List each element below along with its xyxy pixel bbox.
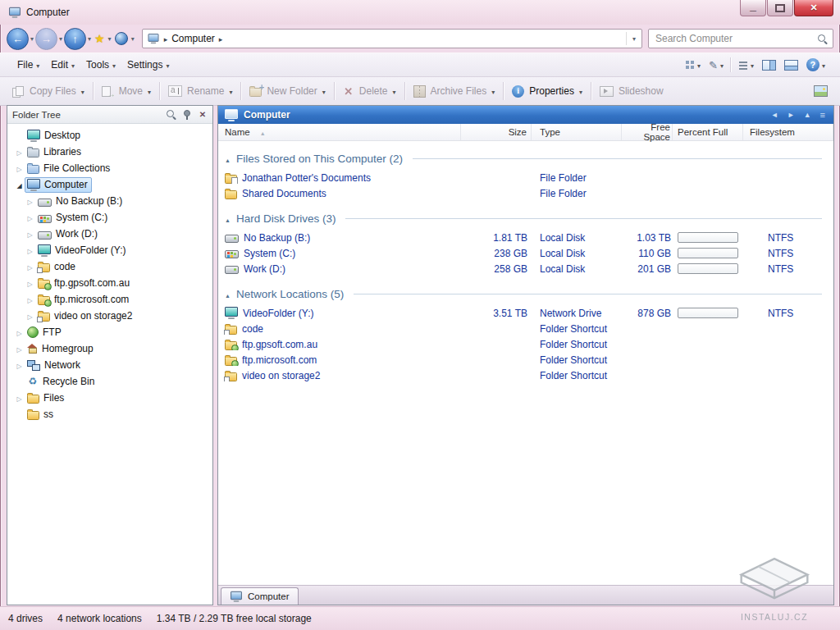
tree-item-system-c[interactable]: System (C:) bbox=[7, 209, 212, 226]
tree-item-computer[interactable]: Computer bbox=[7, 176, 212, 193]
tree-item-recycle-bin[interactable]: Recycle Bin bbox=[7, 373, 212, 390]
back-button[interactable] bbox=[7, 28, 29, 50]
forward-button[interactable] bbox=[35, 28, 57, 50]
search-input[interactable] bbox=[654, 32, 814, 45]
expander-icon[interactable] bbox=[14, 179, 25, 190]
back-dropdown-icon[interactable]: ▾ bbox=[29, 35, 35, 43]
up-dropdown-icon[interactable]: ▾ bbox=[86, 35, 93, 43]
collapse-group-icon[interactable] bbox=[225, 153, 231, 165]
help-button[interactable] bbox=[803, 57, 829, 73]
tree-item-no-backup-b[interactable]: No Backup (B:) bbox=[7, 193, 212, 209]
column-header-type[interactable]: Type bbox=[532, 124, 622, 140]
delete-button[interactable]: Delete bbox=[337, 82, 402, 100]
expander-icon[interactable] bbox=[25, 277, 35, 289]
file-row[interactable]: Jonathan Potter's Documents File Folder bbox=[218, 170, 833, 185]
search-box[interactable] bbox=[648, 29, 833, 48]
menu-file[interactable]: File bbox=[11, 57, 45, 73]
expander-icon[interactable] bbox=[14, 162, 25, 174]
minimize-button[interactable] bbox=[740, 0, 766, 16]
lister-up-icon[interactable] bbox=[802, 111, 813, 119]
expander-icon[interactable] bbox=[25, 244, 35, 256]
file-row[interactable]: code Folder Shortcut bbox=[218, 321, 833, 336]
properties-button[interactable]: Properties bbox=[506, 82, 588, 101]
menu-settings[interactable]: Settings bbox=[121, 57, 175, 73]
drive-row[interactable]: Work (D:) 258 GB Local Disk 201 GB NTFS bbox=[218, 261, 833, 276]
tab-computer[interactable]: Computer bbox=[221, 587, 299, 605]
expander-icon[interactable] bbox=[25, 294, 35, 305]
archive-files-button[interactable]: Archive Files bbox=[408, 82, 501, 101]
tree-item-libraries[interactable]: Libraries bbox=[7, 144, 212, 160]
tree-item-work-d[interactable]: Work (D:) bbox=[7, 226, 212, 242]
expander-icon[interactable] bbox=[25, 261, 35, 272]
close-button[interactable] bbox=[794, 0, 833, 16]
dual-pane-horizontal-button[interactable] bbox=[781, 58, 801, 72]
expander-icon[interactable] bbox=[14, 392, 25, 404]
dual-pane-vertical-button[interactable] bbox=[759, 58, 779, 72]
group-header-hard-disk-drives[interactable]: Hard Disk Drives (3) bbox=[218, 209, 833, 227]
expander-icon[interactable] bbox=[14, 326, 25, 338]
tree-item-ftp[interactable]: FTP bbox=[7, 324, 212, 340]
search-icon[interactable] bbox=[817, 34, 828, 44]
group-header-files-stored[interactable]: Files Stored on This Computer (2) bbox=[218, 149, 833, 167]
view-mode-button[interactable] bbox=[682, 57, 704, 72]
new-folder-button[interactable]: New Folder bbox=[244, 82, 331, 100]
viewer-pane-button[interactable] bbox=[808, 82, 833, 100]
sort-options-button[interactable] bbox=[736, 57, 757, 72]
tree-item-ftp-gpsoft[interactable]: ftp.gpsoft.com.au bbox=[7, 275, 212, 291]
expander-icon[interactable] bbox=[14, 343, 25, 354]
favorites-dropdown-icon[interactable]: ▾ bbox=[107, 35, 113, 43]
column-header-size[interactable]: Size bbox=[461, 124, 532, 140]
drive-row[interactable]: VideoFolder (Y:) 3.51 TB Network Drive 8… bbox=[218, 305, 833, 321]
drive-row[interactable]: No Backup (B:) 1.81 TB Local Disk 1.03 T… bbox=[218, 230, 833, 245]
collapse-group-icon[interactable] bbox=[225, 212, 231, 225]
file-row[interactable]: ftp.microsoft.com Folder Shortcut bbox=[218, 352, 833, 368]
tree-item-code[interactable]: code bbox=[7, 258, 212, 275]
lister-back-icon[interactable] bbox=[769, 111, 780, 119]
tree-close-icon[interactable] bbox=[198, 110, 208, 120]
titlebar[interactable]: Computer bbox=[0, 0, 840, 25]
tree-search-icon[interactable] bbox=[166, 109, 176, 120]
collapse-group-icon[interactable] bbox=[225, 288, 231, 300]
drive-row[interactable]: System (C:) 238 GB Local Disk 110 GB NTF… bbox=[218, 245, 833, 261]
path-menu-button[interactable] bbox=[113, 29, 130, 48]
path-dropdown-icon[interactable]: ▾ bbox=[130, 35, 136, 43]
breadcrumb-item-computer[interactable]: Computer bbox=[171, 33, 215, 44]
column-header-percent-full[interactable]: Percent Full bbox=[673, 124, 743, 140]
lister-menu-icon[interactable] bbox=[819, 110, 827, 120]
edit-mode-button[interactable] bbox=[705, 57, 727, 73]
group-header-network-locations[interactable]: Network Locations (5) bbox=[218, 285, 833, 303]
menu-tools[interactable]: Tools bbox=[80, 57, 121, 73]
maximize-button[interactable] bbox=[767, 0, 793, 16]
expander-icon[interactable] bbox=[14, 146, 25, 158]
tree-item-desktop[interactable]: Desktop bbox=[7, 127, 212, 144]
move-button[interactable]: Move bbox=[96, 82, 157, 100]
expander-icon[interactable] bbox=[25, 228, 35, 240]
lister-forward-icon[interactable] bbox=[786, 111, 797, 119]
expander-icon[interactable] bbox=[25, 212, 35, 223]
file-row[interactable]: ftp.gpsoft.com.au Folder Shortcut bbox=[218, 336, 833, 352]
tree-item-ss[interactable]: ss bbox=[7, 406, 212, 422]
column-header-name[interactable]: Name bbox=[218, 124, 461, 140]
expander-icon[interactable] bbox=[25, 195, 35, 207]
tree-pin-icon[interactable] bbox=[183, 109, 191, 120]
tree-item-files[interactable]: Files bbox=[7, 390, 212, 406]
favorites-button[interactable] bbox=[93, 29, 107, 48]
rename-button[interactable]: Rename bbox=[162, 82, 238, 100]
column-header-filesystem[interactable]: Filesystem bbox=[743, 124, 833, 140]
copy-files-button[interactable]: Copy Files bbox=[7, 82, 90, 100]
tree-item-network[interactable]: Network bbox=[7, 357, 212, 373]
slideshow-button[interactable]: Slideshow bbox=[594, 82, 669, 100]
breadcrumb[interactable]: Computer ▾ bbox=[142, 29, 642, 48]
menu-edit[interactable]: Edit bbox=[45, 57, 80, 73]
forward-dropdown-icon[interactable]: ▾ bbox=[57, 35, 64, 43]
file-row[interactable]: Shared Documents File Folder bbox=[218, 185, 833, 201]
column-header-free-space[interactable]: Free Space bbox=[622, 124, 673, 140]
breadcrumb-separator-icon[interactable] bbox=[219, 33, 223, 44]
tree-item-file-collections[interactable]: File Collections bbox=[7, 160, 212, 176]
file-row[interactable]: video on storage2 Folder Shortcut bbox=[218, 368, 833, 383]
expander-icon[interactable] bbox=[25, 310, 35, 322]
tree-item-homegroup[interactable]: Homegroup bbox=[7, 340, 212, 357]
tree-item-ftp-microsoft[interactable]: ftp.microsoft.com bbox=[7, 291, 212, 308]
expander-icon[interactable] bbox=[14, 359, 25, 371]
breadcrumb-history-dropdown-icon[interactable]: ▾ bbox=[631, 35, 637, 43]
